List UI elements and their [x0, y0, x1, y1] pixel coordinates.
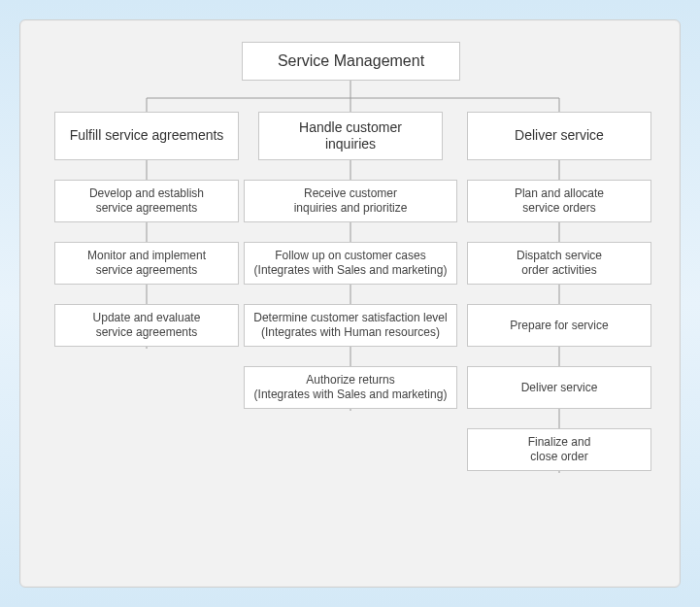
step-node: Deliver service — [467, 366, 651, 409]
step-node: Monitor and implementservice agreements — [54, 242, 239, 285]
category-handle-inquiries: Handle customerinquiries — [258, 112, 443, 160]
step-label: Plan and allocateservice orders — [515, 186, 604, 216]
step-node: Update and evaluateservice agreements — [54, 304, 239, 347]
step-node: Follow up on customer cases(Integrates w… — [244, 242, 457, 285]
root-label: Service Management — [278, 51, 424, 71]
diagram-frame: Service Management Fulfill service agree… — [19, 19, 681, 588]
step-node: Plan and allocateservice orders — [467, 180, 651, 222]
step-label: Dispatch serviceorder activities — [517, 249, 602, 278]
step-node: Receive customerinquiries and prioritize — [244, 180, 457, 222]
category-label: Deliver service — [515, 127, 604, 145]
step-node: Authorize returns(Integrates with Sales … — [244, 366, 457, 409]
step-label: Develop and establishservice agreements — [89, 186, 204, 216]
step-label: Finalize andclose order — [528, 435, 591, 464]
step-label: Authorize returns(Integrates with Sales … — [254, 373, 448, 402]
category-fulfill-agreements: Fulfill service agreements — [54, 112, 239, 160]
step-label: Receive customerinquiries and prioritize — [294, 186, 408, 216]
step-label: Monitor and implementservice agreements — [87, 249, 206, 278]
step-label: Update and evaluateservice agreements — [93, 311, 201, 340]
step-label: Deliver service — [521, 381, 598, 395]
step-node: Prepare for service — [467, 304, 651, 347]
category-deliver-service: Deliver service — [467, 112, 651, 160]
root-node: Service Management — [242, 42, 460, 81]
step-node: Determine customer satisfaction level(In… — [244, 304, 457, 347]
step-node: Develop and establishservice agreements — [54, 180, 239, 222]
step-label: Prepare for service — [510, 319, 608, 333]
step-node: Finalize andclose order — [467, 428, 651, 471]
category-label: Fulfill service agreements — [70, 127, 224, 145]
step-node: Dispatch serviceorder activities — [467, 242, 651, 285]
step-label: Follow up on customer cases(Integrates w… — [254, 249, 448, 278]
category-label: Handle customerinquiries — [299, 119, 402, 153]
step-label: Determine customer satisfaction level(In… — [253, 311, 447, 340]
